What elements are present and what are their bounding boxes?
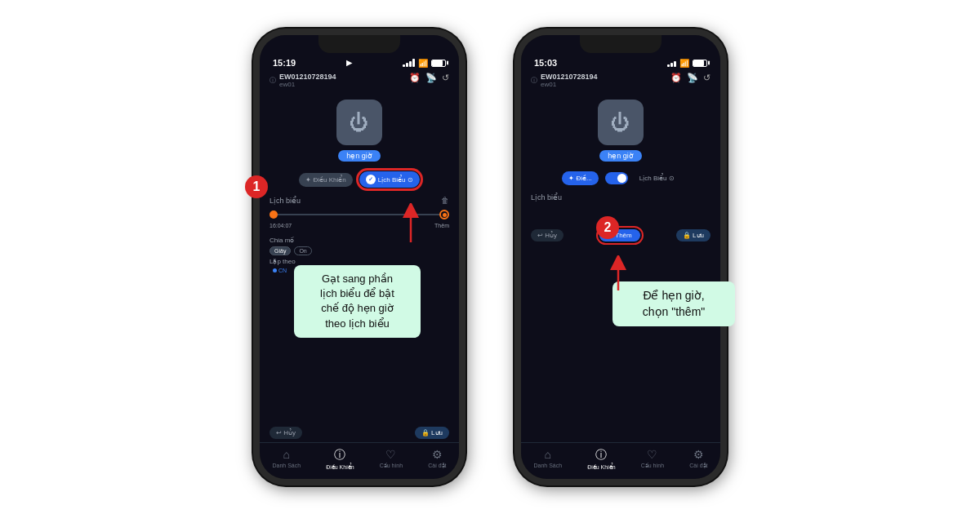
nav-cai-dat-1[interactable]: ⚙ Cài đặt <box>428 448 446 471</box>
hen-gio-label-2: hẹn giờ <box>599 150 642 162</box>
step-badge-2: 2 <box>596 216 619 239</box>
refresh-icon-1: ↺ <box>442 73 449 83</box>
control-icon-2: ⓘ <box>595 448 607 463</box>
dieu-khien-btn-1[interactable]: ✦ Điều Khiển <box>299 173 352 187</box>
wifi-1: 📶 <box>418 59 428 68</box>
toggle-row-1: ✦ Điều Khiển ✓ Lịch Biểu ⊙ <box>260 166 459 193</box>
nav-cau-hinh-1[interactable]: ♡ Cấu hình <box>380 448 403 471</box>
device-info-1: ⓘ EW01210728194 ew01 <box>270 73 336 88</box>
luu-btn-1[interactable]: 🔒 Lưu <box>415 427 449 439</box>
bottom-nav-1: ⌂ Danh Sách ⓘ Điều Khiển ♡ Cấu hình ⚙ Cà… <box>260 442 459 479</box>
nav-danh-sach-2[interactable]: ⌂ Danh Sách <box>534 448 563 471</box>
wifi-2: 📶 <box>679 59 689 68</box>
dieu-khien-btn-2[interactable]: ✦ Điề... <box>562 171 598 185</box>
huy-btn-1[interactable]: ↩ Hủy <box>270 427 302 439</box>
hen-gio-label-1: hẹn giờ <box>338 150 381 162</box>
timeline-end-1 <box>439 210 449 219</box>
toggle-switch-2[interactable] <box>605 172 628 184</box>
clock-icon-2: ⏰ <box>670 73 682 83</box>
battery-2 <box>693 60 707 67</box>
status-icons-1: 📶 <box>403 59 446 68</box>
home-icon-2: ⌂ <box>545 448 551 461</box>
screen-1: 15:19 ▶ 📶 ⓘ EW01210728194 <box>260 35 459 479</box>
tag-on-1[interactable]: On <box>294 246 311 255</box>
mode-tags-1: Giây On <box>270 246 449 255</box>
trash-icon-1[interactable]: 🗑 <box>441 196 449 205</box>
device-icons-right-1: ⏰ 📡 ↺ <box>409 73 449 83</box>
time-from-1: 16:04:07 <box>270 223 292 228</box>
nav-dieu-khien-1[interactable]: ⓘ Điều Khiển <box>326 448 354 471</box>
time-2: 15:03 <box>534 58 557 68</box>
lich-bieu-section-2: Lịch biểu <box>521 190 720 210</box>
timeline-start-1 <box>270 210 278 219</box>
phone-2: 2 Để hẹn giờ, chọn "thêm" 15:03 <box>514 29 727 485</box>
repeat-label-1: Lặp theo <box>270 258 449 265</box>
device-icons-right-2: ⏰ 📡 ↺ <box>670 73 710 83</box>
power-button-1[interactable]: ⏻ <box>336 100 382 145</box>
location-icon-1: ▶ <box>346 59 352 67</box>
device-sub-1: ew01 <box>279 81 336 88</box>
lich-bieu-section-1: Lịch biểu 🗑 16:04:07 Thêm <box>260 193 459 235</box>
dieu-khien-label-2: ✦ Điề... <box>568 175 591 182</box>
power-button-2[interactable]: ⏻ <box>598 100 644 145</box>
tag-giay-1[interactable]: Giây <box>270 246 291 255</box>
nav-danh-sach-1[interactable]: ⌂ Danh Sách <box>273 448 301 471</box>
lich-bieu-title-2: Lịch biểu <box>531 193 710 202</box>
control-icon-1: ⓘ <box>334 448 345 463</box>
bottom-actions-1: ↩ Hủy 🔒 Lưu <box>260 423 459 442</box>
nav-cau-hinh-2[interactable]: ♡ Cấu hình <box>641 448 665 471</box>
bottom-actions-2: ↩ Hủy ⊕ Thêm 🔒 Lưu <box>521 226 720 245</box>
time-to-1: Thêm <box>434 223 449 228</box>
nav-dieu-khien-2[interactable]: ⓘ Điều Khiển <box>587 448 615 471</box>
signal-1 <box>403 59 415 67</box>
callout-1: Gạt sang phần lịch biểu để bật chế độ hẹ… <box>294 265 421 338</box>
device-header-1: ⓘ EW01210728194 ew01 ⏰ 📡 ↺ <box>260 71 459 91</box>
bottom-nav-2: ⌂ Danh Sách ⓘ Điều Khiển ♡ Cấu hình ⚙ Cà… <box>521 442 720 479</box>
lich-bieu-label-1: Lịch Biểu ⊙ <box>378 176 413 184</box>
battery-1 <box>431 60 446 67</box>
home-icon-1: ⌂ <box>283 448 290 461</box>
wifi-icon-2: 📡 <box>687 73 698 83</box>
refresh-icon-2: ↺ <box>703 73 710 83</box>
status-icons-2: 📶 <box>667 59 707 68</box>
config-icon-1: ♡ <box>385 448 396 461</box>
device-id-1: EW01210728194 <box>279 73 336 81</box>
config-icon-2: ♡ <box>647 448 657 461</box>
arrow-2 <box>606 255 630 295</box>
device-info-2: ⓘ EW01210728194 ew01 <box>531 73 598 88</box>
check-icon-1: ✓ <box>366 175 376 184</box>
clock-icon-1: ⏰ <box>409 73 421 83</box>
settings-icon-2: ⚙ <box>693 448 704 461</box>
signal-2 <box>667 59 676 67</box>
day-cn-1[interactable]: CN <box>270 267 290 274</box>
step-badge-1: 1 <box>245 175 268 198</box>
toggle-row-2: ✦ Điề... Lịch Biểu ⊙ <box>521 166 720 190</box>
device-header-2: ⓘ EW01210728194 ew01 ⏰ 📡 ↺ <box>521 71 720 91</box>
nav-cai-dat-2[interactable]: ⚙ Cài đặt <box>689 448 707 471</box>
time-1: 15:19 <box>273 58 296 68</box>
dieu-khien-label-1: ✦ Điều Khiển <box>305 176 345 184</box>
huy-btn-2[interactable]: ↩ Hủy <box>531 229 564 241</box>
notch-1 <box>318 35 400 53</box>
power-section-2: ⏻ hẹn giờ <box>521 91 720 166</box>
power-icon-1: ⏻ <box>350 111 369 134</box>
phone-1: 1 Gạt sang phần lịch biểu để bật chế độ … <box>253 29 466 485</box>
notch-2 <box>580 35 662 53</box>
phone-frame-1: 15:19 ▶ 📶 ⓘ EW01210728194 <box>253 29 466 485</box>
settings-icon-1: ⚙ <box>432 448 443 461</box>
power-icon-2: ⏻ <box>611 111 630 134</box>
device-id-2: EW01210728194 <box>541 73 598 81</box>
luu-btn-2[interactable]: 🔒 Lưu <box>676 229 710 241</box>
power-section-1: ⏻ hẹn giờ <box>260 91 459 166</box>
wifi-icon-1: 📡 <box>425 73 437 83</box>
lich-bieu-btn-1[interactable]: ✓ Lịch Biểu ⊙ <box>359 171 420 188</box>
callout-2: Để hẹn giờ, chọn "thêm" <box>612 281 735 326</box>
device-sub-2: ew01 <box>541 81 598 88</box>
lich-bieu-label-2: Lịch Biểu ⊙ <box>635 171 679 185</box>
arrow-1 <box>399 203 423 247</box>
